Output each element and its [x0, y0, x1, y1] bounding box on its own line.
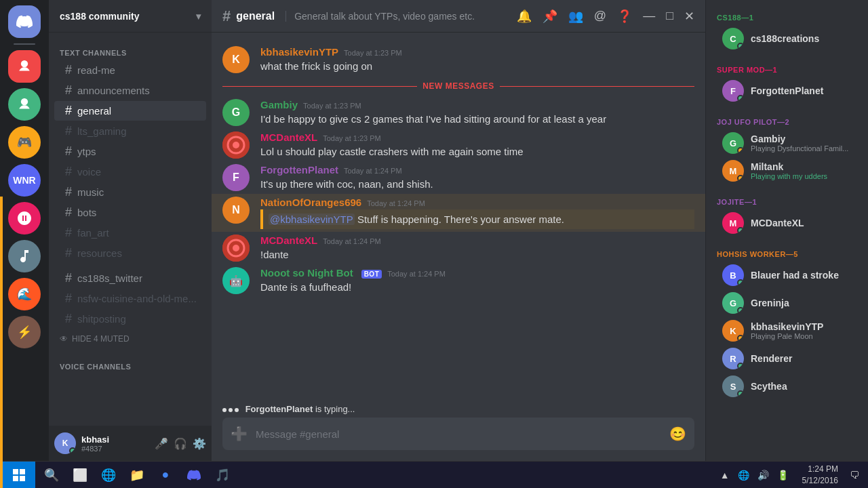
clock-time: 1:24 PM [802, 464, 838, 475]
maximize-icon[interactable]: □ [666, 9, 673, 23]
list-item[interactable]: B Blauer had a stroke [711, 262, 863, 289]
message-author[interactable]: NationOfOranges696 [260, 197, 361, 208]
members-icon[interactable]: 👥 [568, 9, 583, 24]
channel-toolbar: 🔔 📌 👥 @ ❓ — □ ✕ [517, 9, 694, 24]
channel-list: TEXT CHANNELS # read-me # announcements … [49, 33, 212, 426]
channel-item-cs188-twitter[interactable]: # cs188s_twitter [54, 268, 206, 288]
server-icon-7[interactable]: 🌊 [8, 278, 41, 310]
list-item[interactable]: S Scythea [711, 373, 863, 400]
member-name: MCDanteXL [751, 218, 857, 228]
channel-item-bots[interactable]: # bots [54, 203, 206, 222]
member-section-cs188: CS188—1 C cs188creations [706, 11, 868, 52]
bot-badge: BOT [361, 270, 382, 279]
message-timestamp: Today at 1:23 PM [323, 134, 381, 142]
help-icon[interactable]: ❓ [617, 9, 632, 24]
avatar: F [222, 164, 250, 191]
channel-item-ytps[interactable]: # ytps [54, 142, 206, 161]
deafen-icon[interactable]: 🎧 [174, 437, 187, 450]
server-icon-4[interactable]: WNR [8, 164, 41, 197]
mention-icon[interactable]: @ [594, 9, 606, 23]
channel-item-voice[interactable]: # voice [54, 162, 206, 182]
channel-item-announcements[interactable]: # announcements [54, 81, 206, 100]
server-icon-1[interactable] [8, 50, 41, 83]
channel-name: nsfw-cuisine-and-old-me... [77, 293, 197, 304]
member-info: Renderer [751, 353, 857, 364]
status-indicator [69, 447, 76, 454]
message-author[interactable]: Nooot so Night Bot [260, 267, 353, 279]
member-name: ForgottenPlanet [751, 85, 857, 96]
add-file-icon[interactable]: ➕ [231, 418, 253, 450]
search-taskbar-icon[interactable]: 🔍 [38, 462, 65, 489]
volume-icon[interactable]: 🔊 [755, 470, 772, 481]
server-icon-6[interactable] [8, 240, 41, 272]
message-input[interactable] [253, 420, 669, 448]
home-button[interactable] [8, 5, 41, 38]
server-icon-5[interactable] [8, 202, 41, 235]
member-info: Miltank Playing with my udders [751, 161, 857, 180]
network-icon[interactable]: 🌐 [735, 470, 752, 481]
channel-item-music[interactable]: # music [54, 182, 206, 202]
notification-button[interactable]: 🗨 [844, 462, 865, 489]
message-author[interactable]: MCDanteXL [260, 235, 317, 246]
server-icon-2[interactable] [8, 88, 41, 121]
hash-icon: # [65, 246, 72, 260]
member-avatar: C [722, 28, 744, 49]
message-author[interactable]: kbhasikevinYTP [260, 46, 338, 58]
channel-item-shitposting[interactable]: # shitposting [54, 309, 206, 329]
list-item[interactable]: C cs188creations [711, 25, 863, 52]
hide-muted-button[interactable]: 👁 HIDE 4 MUTED [49, 331, 212, 346]
message-author[interactable]: Gambiy [260, 99, 298, 110]
channel-item-nsfw[interactable]: # nsfw-cuisine-and-old-me... [54, 289, 206, 308]
typing-dots [222, 408, 239, 412]
list-item[interactable]: F ForgottenPlanet [711, 77, 863, 104]
chrome-icon[interactable]: ● [152, 462, 179, 489]
user-info: kbhasi #4837 [81, 434, 149, 453]
channel-item-fan-art[interactable]: # fan_art [54, 223, 206, 243]
bell-icon[interactable]: 🔔 [517, 9, 532, 24]
message-author[interactable]: MCDanteXL [260, 131, 317, 143]
taskbar: 🔍 ⬜ 🌐 📁 ● 🎵 ▲ 🌐 🔊 🔋 1:24 PM 5/12/2016 🗨 [0, 461, 868, 488]
channel-item-general[interactable]: # general [54, 101, 206, 121]
channel-item-lts-gaming[interactable]: # lts_gaming [54, 121, 206, 141]
message-input-box: ➕ 😊 [222, 418, 694, 450]
typing-text: is typing... [315, 404, 355, 414]
channel-name: cs188s_twitter [77, 272, 142, 284]
minimize-icon[interactable]: — [643, 9, 655, 23]
close-icon[interactable]: ✕ [684, 9, 694, 24]
server-icon-8[interactable]: ⚡ [8, 316, 41, 348]
list-item[interactable]: K kbhasikevinYTP Playing Pale Moon [711, 317, 863, 344]
message-timestamp: Today at 1:23 PM [344, 49, 402, 57]
discord-icon[interactable] [180, 462, 208, 489]
list-item[interactable]: G Greninja [711, 289, 863, 317]
hash-icon: # [65, 144, 72, 159]
start-button[interactable] [3, 462, 35, 489]
server-list: 🎮 WNR 🌊 ⚡ [0, 0, 49, 461]
pin-icon[interactable]: 📌 [542, 9, 557, 24]
hash-icon: # [65, 83, 72, 98]
mute-icon[interactable]: 🎤 [155, 437, 168, 450]
message-author[interactable]: ForgottenPlanet [260, 164, 338, 176]
emoji-icon[interactable]: 😊 [669, 418, 686, 450]
server-dropdown-icon: ▾ [196, 11, 201, 22]
status-dot [737, 43, 744, 49]
settings-icon[interactable]: ⚙️ [193, 437, 206, 450]
taskbar-clock[interactable]: 1:24 PM 5/12/2016 [797, 464, 844, 487]
message-header: NationOfOranges696 Today at 1:24 PM [260, 197, 694, 208]
list-item[interactable]: R Renderer [711, 345, 863, 372]
task-view-icon[interactable]: ⬜ [66, 462, 94, 489]
list-item[interactable]: G Gambiy Playing Dysfunctional Famil... [711, 129, 863, 157]
member-avatar: G [722, 292, 744, 314]
windows-media-icon[interactable]: 🎵 [209, 462, 236, 489]
member-avatar: G [722, 132, 744, 154]
explorer-icon[interactable]: 📁 [123, 462, 151, 489]
channel-name: general [77, 105, 111, 117]
server-icon-3[interactable]: 🎮 [8, 126, 41, 159]
channel-item-read-me[interactable]: # read-me [54, 60, 206, 80]
server-header[interactable]: cs188 community ▾ [49, 0, 212, 33]
chevron-up-icon[interactable]: ▲ [717, 470, 732, 481]
list-item[interactable]: M MCDanteXL [711, 209, 863, 237]
list-item[interactable]: M Miltank Playing with my udders [711, 157, 863, 184]
channel-item-resources[interactable]: # resources [54, 243, 206, 263]
edge-icon[interactable]: 🌐 [95, 462, 122, 489]
battery-icon[interactable]: 🔋 [774, 470, 791, 481]
